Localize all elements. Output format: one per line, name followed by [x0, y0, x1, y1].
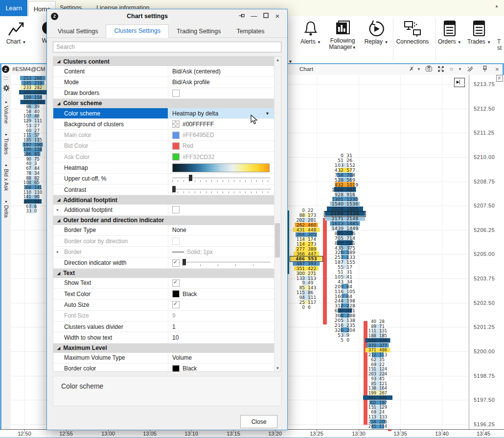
settings-group-header[interactable]: ◢Outer border and direction indicator: [53, 216, 275, 225]
settings-group-header[interactable]: ◢Color scheme: [53, 99, 275, 108]
slider[interactable]: [172, 174, 271, 184]
settings-row[interactable]: ▸BorderSolid; 1px: [53, 247, 275, 257]
chevron-down-icon[interactable]: ▼: [417, 67, 421, 71]
color-swatch[interactable]: [172, 290, 180, 298]
row-expander-icon[interactable]: ▸: [57, 207, 59, 212]
slider-thumb[interactable]: [183, 259, 186, 265]
settings-row[interactable]: ▸Additional footptint: [53, 205, 275, 215]
scrollbar-thumb[interactable]: [275, 223, 280, 257]
checkbox[interactable]: [172, 259, 180, 267]
price-axis[interactable]: F 5213.755212.505211.255210.005208.75520…: [469, 75, 504, 429]
color-swatch[interactable]: [172, 365, 180, 372]
cluster-row: 234206: [363, 419, 393, 424]
slider-thumb[interactable]: [172, 186, 176, 192]
indicators-icon[interactable]: [467, 66, 473, 73]
chart-tool-button[interactable]: Chart ▼: [2, 18, 30, 61]
settings-row[interactable]: Show Text: [53, 278, 275, 289]
scroll-down-icon[interactable]: ▼: [275, 365, 281, 371]
sidebar-item-volume[interactable]: ▸ Volume: [3, 98, 9, 124]
maximize-button[interactable]: [260, 9, 272, 23]
time-axis[interactable]: 12:5012:5513:0013:0513:1013:1513:2013:25…: [0, 429, 504, 438]
search-input[interactable]: [53, 42, 281, 52]
bid-value: 104: [19, 180, 33, 185]
sidebar-item-delta[interactable]: ▸ Delta: [3, 198, 9, 218]
slider[interactable]: [183, 258, 271, 268]
checkbox[interactable]: [172, 90, 180, 97]
tab-templates[interactable]: Templates: [229, 25, 273, 38]
settings-row[interactable]: ModeBid/Ask profile: [53, 77, 275, 88]
connections-tool-button[interactable]: Connections: [394, 18, 431, 61]
alerts-tool-button[interactable]: Alerts ▼: [298, 18, 324, 61]
settings-row[interactable]: Border colorBlack: [53, 364, 275, 372]
settings-row[interactable]: Heatmap: [53, 162, 275, 173]
scrollbar[interactable]: ▲ ▼: [274, 57, 281, 371]
dialog-titlebar[interactable]: Z Chart settings — ×: [47, 9, 287, 23]
settings-row[interactable]: Border color by direction: [53, 236, 275, 247]
checkbox[interactable]: [172, 206, 180, 213]
color-swatch[interactable]: [172, 142, 180, 150]
sidebar-item-bidxask[interactable]: ▸ Bid x Ask: [3, 161, 9, 191]
settings-row[interactable]: Border TypeNone: [53, 225, 275, 236]
settings-row[interactable]: Direction indicator width: [53, 257, 275, 268]
settings-group-header[interactable]: ◢Maximum Level: [53, 344, 275, 353]
tab-learn[interactable]: Learn: [0, 0, 27, 16]
combo-dropdown-icon[interactable]: ▼: [265, 111, 270, 116]
checkbox[interactable]: [172, 237, 180, 245]
color-swatch[interactable]: [172, 120, 180, 128]
scroll-up-icon[interactable]: ▲: [275, 57, 281, 63]
settings-row[interactable]: Text ColorBlack: [53, 289, 275, 300]
replay-tool-button[interactable]: Replay ▼: [362, 18, 390, 61]
heatmap-gradient-bar[interactable]: [172, 163, 270, 172]
crosshair-off-icon[interactable]: ✗: [409, 66, 414, 72]
settings-row[interactable]: Bid ColorRed: [53, 141, 275, 152]
settings-group-header[interactable]: ◢Clusters content: [53, 57, 275, 66]
dialog-title: Chart settings: [58, 13, 236, 20]
goto-latest-bar-button[interactable]: ▶▏: [454, 78, 465, 87]
trades-tool-button[interactable]: Trades ▼: [466, 18, 492, 61]
color-swatch[interactable]: [172, 153, 180, 161]
collapse-ribbon-button[interactable]: ▴: [491, 1, 502, 10]
gear-icon[interactable]: [3, 85, 10, 92]
settings-row[interactable]: Width to show text10: [53, 332, 275, 343]
settings-row[interactable]: Ask Color#FF32CD32: [53, 152, 275, 162]
settings-row[interactable]: Contrast: [53, 184, 275, 195]
camera-icon[interactable]: [426, 66, 432, 73]
settings-row[interactable]: Maximum Volume TypeVolume: [53, 353, 275, 364]
settings-row[interactable]: Clusters values divider1: [53, 322, 275, 332]
slider-thumb[interactable]: [189, 175, 192, 181]
tab-trading-settings[interactable]: Trading Settings: [169, 25, 229, 38]
close-button[interactable]: Close: [240, 415, 277, 428]
partial-tool-label[interactable]: T st: [497, 39, 504, 51]
checkbox[interactable]: [172, 301, 180, 308]
settings-row[interactable]: Color schemeHeatmap by delta▼: [53, 108, 275, 119]
circle-tool-icon[interactable]: ○: [450, 66, 453, 72]
partial-tool-caret[interactable]: ▼: [288, 59, 293, 64]
settings-group-header[interactable]: ◢Additional footptint: [53, 195, 275, 205]
slider[interactable]: [172, 185, 271, 195]
settings-group-header[interactable]: ◢Text: [53, 269, 275, 278]
tab-visual-settings[interactable]: Visual Settings: [50, 25, 106, 38]
following-manager-tool-button[interactable]: Following Manager▼: [324, 18, 361, 61]
settings-row[interactable]: Draw borders: [53, 88, 275, 99]
close-dialog-icon[interactable]: ×: [272, 9, 283, 23]
minimize-button[interactable]: —: [248, 9, 260, 23]
row-expander-icon[interactable]: ▸: [57, 250, 59, 254]
fullscreen-icon[interactable]: [437, 66, 444, 74]
settings-row[interactable]: ContentBid/Ask (centered): [53, 66, 275, 77]
close-panel-icon[interactable]: ×: [495, 66, 499, 73]
drag-handle[interactable]: ••••••: [4, 76, 8, 81]
pin-icon[interactable]: [482, 66, 487, 73]
chevron-down-icon[interactable]: ▼: [458, 67, 462, 71]
checkbox[interactable]: [172, 279, 180, 287]
orders-tool-button[interactable]: Orders ▼: [437, 18, 462, 61]
settings-row[interactable]: Upper cut-off, %: [53, 174, 275, 184]
sidebar-item-trades[interactable]: ▸ Trades: [3, 131, 9, 155]
settings-row[interactable]: Font Size9: [53, 311, 275, 322]
settings-row[interactable]: Main color#FF6495ED: [53, 130, 275, 140]
settings-row[interactable]: Background of clusters#00FFFFFF: [53, 119, 275, 130]
pin-window-button[interactable]: [236, 9, 248, 23]
tab-clusters-settings[interactable]: Clusters Settings: [106, 24, 168, 38]
color-swatch[interactable]: [172, 132, 180, 139]
ask-value: 143: [306, 285, 322, 290]
settings-row[interactable]: Auto Size: [53, 300, 275, 310]
